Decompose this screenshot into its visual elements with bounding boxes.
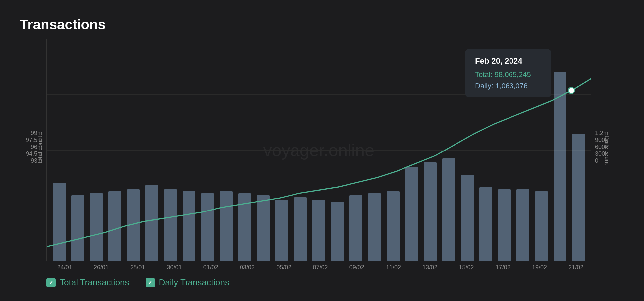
bar-wrapper-2 [87, 39, 106, 261]
bar-wrapper-13 [291, 39, 310, 261]
bar-wrapper-20 [421, 39, 439, 261]
bar-wrapper-10 [236, 39, 254, 261]
bar-wrapper-16 [347, 39, 365, 261]
bar-16 [349, 195, 362, 261]
bar-wrapper-19 [402, 39, 421, 261]
bar-7 [183, 191, 195, 261]
bar-13 [294, 197, 307, 261]
page-title: Transactions [20, 17, 624, 32]
bar-wrapper-5 [143, 39, 161, 261]
y-right-tick-1: 1.2m [595, 130, 608, 137]
bar-21 [442, 158, 455, 261]
tooltip-date: Feb 20, 2024 [475, 56, 541, 66]
bar-14 [312, 200, 325, 261]
bar-24 [498, 189, 511, 261]
bar-22 [461, 175, 474, 261]
bar-wrapper-11 [254, 39, 273, 261]
legend-checkbox-daily[interactable]: ✓ [146, 278, 155, 287]
bar-17 [368, 193, 381, 261]
legend-check-total: ✓ [49, 279, 53, 286]
bar-wrapper-9 [217, 39, 236, 261]
bar-27 [554, 72, 566, 261]
bar-wrapper-12 [273, 39, 291, 261]
legend-label-total: Total Transactions [60, 277, 129, 288]
bar-19 [405, 167, 418, 261]
bar-9 [220, 191, 233, 261]
bar-1 [71, 195, 84, 261]
x-label-6: 05/02 [266, 264, 302, 271]
bar-wrapper-18 [384, 39, 402, 261]
bar-2 [90, 193, 103, 261]
bar-26 [535, 191, 548, 261]
tooltip: Feb 20, 2024 Total: 98,065,245 Daily: 1,… [465, 49, 551, 97]
x-label-3: 30/01 [156, 264, 192, 271]
bar-wrapper-4 [124, 39, 143, 261]
x-label-14: 21/02 [558, 264, 594, 271]
legend-checkbox-total[interactable]: ✓ [46, 278, 56, 287]
x-label-11: 15/02 [448, 264, 485, 271]
x-label-13: 19/02 [521, 264, 558, 271]
bar-wrapper-21 [439, 39, 458, 261]
bar-18 [387, 191, 400, 261]
bar-wrapper-7 [180, 39, 198, 261]
tooltip-daily: Daily: 1,063,076 [475, 82, 541, 90]
bar-25 [516, 189, 529, 261]
x-label-9: 11/02 [375, 264, 411, 271]
y-right-tick-3: 600k [595, 144, 608, 150]
bar-20 [424, 162, 437, 261]
bar-wrapper-0 [50, 39, 69, 261]
bar-4 [127, 189, 140, 261]
legend-check-daily: ✓ [148, 279, 152, 286]
bar-28 [572, 134, 585, 261]
x-label-8: 09/02 [339, 264, 375, 271]
x-label-0: 24/01 [46, 264, 83, 271]
x-label-1: 26/01 [83, 264, 119, 271]
y-axis-right: 1.2m 900k 600k 300k 0 [591, 126, 624, 174]
bar-wrapper-15 [328, 39, 347, 261]
x-label-7: 07/02 [302, 264, 339, 271]
bar-6 [164, 189, 177, 261]
chart-area: Feb 20, 2024 Total: 98,065,245 Daily: 1,… [20, 39, 624, 288]
bar-wrapper-3 [106, 39, 124, 261]
legend: ✓ Total Transactions ✓ Daily Transaction… [20, 277, 624, 288]
x-axis: 24/01 26/01 28/01 30/01 01/02 03/02 05/0… [46, 261, 594, 271]
bar-wrapper-1 [69, 39, 87, 261]
bar-23 [479, 187, 492, 261]
tooltip-total: Total: 98,065,245 [475, 70, 541, 79]
x-label-5: 03/02 [229, 264, 265, 271]
bar-wrapper-28 [569, 39, 588, 261]
y-right-tick-5: 0 [595, 157, 598, 164]
bar-wrapper-14 [310, 39, 328, 261]
bar-wrapper-8 [198, 39, 217, 261]
x-label-10: 13/02 [412, 264, 448, 271]
bar-10 [238, 193, 251, 261]
bar-15 [331, 202, 344, 261]
bar-8 [201, 193, 214, 261]
legend-item-total[interactable]: ✓ Total Transactions [46, 277, 129, 288]
bar-5 [145, 185, 158, 261]
bar-0 [53, 183, 66, 261]
bar-wrapper-6 [161, 39, 180, 261]
y-left-tick-1: 99m [31, 130, 42, 137]
bar-3 [108, 191, 121, 261]
main-container: Transactions Feb 20, 2024 Total: 98,065,… [0, 0, 644, 301]
x-label-4: 01/02 [192, 264, 229, 271]
bar-11 [257, 195, 270, 261]
y-right-tick-2: 900k [595, 137, 608, 144]
y-axis-left-label: Total count [37, 136, 44, 164]
legend-label-daily: Daily Transactions [159, 277, 229, 288]
bar-wrapper-17 [365, 39, 384, 261]
bar-12 [275, 200, 288, 261]
x-label-2: 28/01 [120, 264, 156, 271]
y-right-tick-4: 300k [595, 150, 608, 157]
bar-wrapper-27 [551, 39, 569, 261]
x-label-12: 17/02 [485, 264, 521, 271]
legend-item-daily[interactable]: ✓ Daily Transactions [146, 277, 229, 288]
